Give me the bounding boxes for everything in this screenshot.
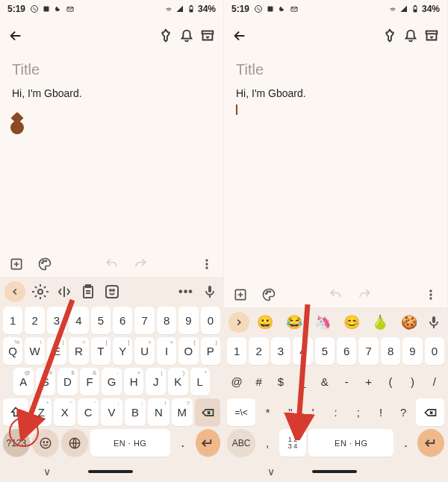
more-menu-button[interactable] xyxy=(199,257,214,272)
note-area[interactable]: Title Hi, I'm Gboard. xyxy=(0,54,223,251)
space-key[interactable]: EN · HG xyxy=(90,429,170,457)
toolstrip-expand-right[interactable] xyxy=(228,312,249,333)
sym-key[interactable]: ' xyxy=(303,398,323,426)
title-placeholder[interactable]: Title xyxy=(12,61,211,78)
more-symbols-key[interactable]: =\< xyxy=(227,398,255,426)
enter-key[interactable] xyxy=(417,429,444,457)
key-1[interactable]: 1 xyxy=(3,307,22,334)
palette-button[interactable] xyxy=(37,257,52,272)
sym-key[interactable]: * xyxy=(258,398,278,426)
key-m[interactable]: M? xyxy=(172,398,193,426)
period-key[interactable]: . xyxy=(396,429,415,457)
note-body[interactable]: Hi, I'm Gboard. xyxy=(12,87,211,99)
backspace-key[interactable] xyxy=(195,398,220,426)
pin-button[interactable] xyxy=(382,28,398,44)
key-5[interactable]: 5 xyxy=(315,337,335,365)
key-l[interactable]: L* xyxy=(190,368,211,395)
key-r[interactable]: R= xyxy=(69,337,88,365)
sym-key[interactable]: & xyxy=(315,368,335,395)
key-d[interactable]: D$ xyxy=(57,368,78,395)
sym-key[interactable]: # xyxy=(249,368,268,395)
key-t[interactable]: T[ xyxy=(91,337,111,365)
title-placeholder[interactable]: Title xyxy=(236,61,435,78)
key-2[interactable]: 2 xyxy=(249,337,268,365)
key-k[interactable]: K) xyxy=(168,368,188,395)
note-area[interactable]: Title Hi, I'm Gboard. xyxy=(224,54,447,282)
pin-button[interactable] xyxy=(158,28,174,44)
emoji-suggestion[interactable]: 😀 xyxy=(257,314,273,331)
key-n[interactable]: N! xyxy=(148,398,169,426)
key-e[interactable]: E| xyxy=(47,337,66,365)
key-8[interactable]: 8 xyxy=(381,337,400,365)
key-c[interactable]: C' xyxy=(78,398,99,426)
sym-key[interactable]: ? xyxy=(393,398,414,426)
toolstrip-expand-left[interactable] xyxy=(4,281,25,302)
key-f[interactable]: F& xyxy=(80,368,100,395)
reminder-button[interactable] xyxy=(402,28,419,44)
back-button[interactable] xyxy=(7,28,24,44)
clipboard-button[interactable] xyxy=(79,283,97,301)
key-p[interactable]: P} xyxy=(201,337,220,365)
nav-home-pill[interactable] xyxy=(312,470,357,473)
undo-button[interactable] xyxy=(105,257,119,272)
emoji-suggestion[interactable]: 🍐 xyxy=(372,314,388,331)
space-key[interactable]: EN · HG xyxy=(308,429,393,457)
mode-key-123[interactable]: ?123 xyxy=(3,429,30,457)
sym-key[interactable]: @ xyxy=(227,368,246,395)
sym-key[interactable]: ( xyxy=(381,368,400,395)
archive-button[interactable] xyxy=(423,28,440,44)
nav-home-pill[interactable] xyxy=(88,470,133,473)
sticker-button[interactable] xyxy=(103,283,121,301)
key-v[interactable]: V: xyxy=(101,398,122,426)
palette-button[interactable] xyxy=(261,287,276,302)
mode-key-abc[interactable]: ABC xyxy=(227,429,255,457)
period-key[interactable]: . xyxy=(172,429,193,457)
key-3[interactable]: 3 xyxy=(271,337,290,365)
nav-ime-switch[interactable]: ∨ xyxy=(267,466,275,478)
mic-button[interactable] xyxy=(425,313,443,331)
sym-key[interactable]: $ xyxy=(271,368,290,395)
settings-button[interactable] xyxy=(31,283,49,301)
key-7[interactable]: 7 xyxy=(358,337,378,365)
sym-key[interactable]: + xyxy=(358,368,378,395)
sym-key[interactable]: ) xyxy=(402,368,422,395)
key-6[interactable]: 6 xyxy=(113,307,132,334)
key-6[interactable]: 6 xyxy=(337,337,356,365)
emoji-suggestion[interactable]: 🍪 xyxy=(401,314,417,331)
key-s[interactable]: S# xyxy=(36,368,56,395)
key-z[interactable]: Z* xyxy=(31,398,52,426)
add-box-button[interactable] xyxy=(233,287,248,302)
shift-key[interactable] xyxy=(3,398,28,426)
key-9[interactable]: 9 xyxy=(402,337,422,365)
key-9[interactable]: 9 xyxy=(178,307,198,334)
key-u[interactable]: U< xyxy=(134,337,154,365)
backspace-key[interactable] xyxy=(416,398,444,426)
globe-key[interactable] xyxy=(61,429,88,457)
key-0[interactable]: 0 xyxy=(201,307,220,334)
key-7[interactable]: 7 xyxy=(134,307,154,334)
enter-key[interactable] xyxy=(196,429,220,457)
redo-button[interactable] xyxy=(133,257,148,272)
key-4[interactable]: 4 xyxy=(293,337,312,365)
emoji-suggestion[interactable]: 😊 xyxy=(343,314,360,331)
archive-button[interactable] xyxy=(199,28,216,44)
key-b[interactable]: B; xyxy=(125,398,146,426)
key-y[interactable]: Y] xyxy=(113,337,132,365)
key-8[interactable]: 8 xyxy=(157,307,176,334)
sym-key[interactable]: _ xyxy=(293,368,312,395)
key-o[interactable]: O{ xyxy=(178,337,198,365)
key-g[interactable]: G- xyxy=(102,368,122,395)
key-1[interactable]: 1 xyxy=(227,337,246,365)
key-j[interactable]: J( xyxy=(146,368,166,395)
key-q[interactable]: Q% xyxy=(3,337,22,365)
numpad-toggle-key[interactable]: 1 2 3 4 xyxy=(279,429,306,457)
sym-key[interactable]: ; xyxy=(348,398,368,426)
more-tools-button[interactable]: ••• xyxy=(177,283,195,301)
nav-ime-switch[interactable]: ∨ xyxy=(43,466,51,478)
key-0[interactable]: 0 xyxy=(425,337,444,365)
key-i[interactable]: I> xyxy=(157,337,176,365)
note-body[interactable]: Hi, I'm Gboard. xyxy=(236,87,435,99)
emoji-suggestion[interactable]: 🦄 xyxy=(314,314,331,331)
undo-button[interactable] xyxy=(329,287,343,302)
key-4[interactable]: 4 xyxy=(69,307,88,334)
